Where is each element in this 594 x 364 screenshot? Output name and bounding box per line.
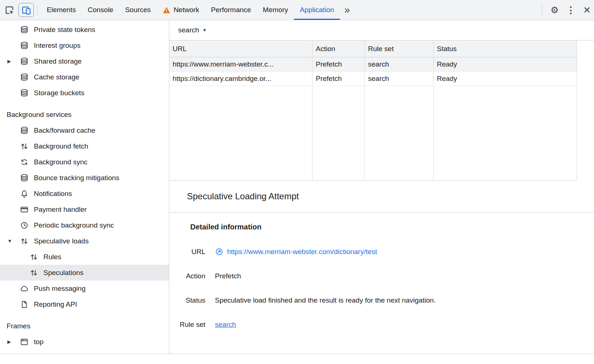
- filter-label: search: [178, 26, 199, 34]
- column-header-rule-set[interactable]: Rule set: [365, 40, 434, 57]
- column-header-status[interactable]: Status: [434, 40, 577, 57]
- sidebar-item-storage-buckets[interactable]: Storage buckets: [0, 85, 169, 101]
- close-icon[interactable]: ✕: [580, 3, 594, 17]
- column-header-url[interactable]: URL: [169, 40, 312, 57]
- sidebar-item-label: Private state tokens: [34, 26, 95, 34]
- up-down-arrows-icon: [20, 237, 29, 246]
- tab-label: Performance: [211, 6, 251, 14]
- column-header-action[interactable]: Action: [312, 40, 365, 57]
- tab-elements[interactable]: Elements: [41, 0, 82, 20]
- sidebar-item-shared-storage[interactable]: ▶ Shared storage: [0, 53, 169, 69]
- table-filler: [434, 86, 577, 180]
- database-icon: [20, 126, 29, 135]
- cloud-icon: [20, 284, 29, 293]
- tab-label: Application: [300, 6, 334, 14]
- sidebar-item-label: top: [34, 338, 43, 346]
- tab-console[interactable]: Console: [82, 0, 119, 20]
- table-cell-action[interactable]: Prefetch: [312, 72, 365, 86]
- more-tabs-icon[interactable]: »: [340, 0, 354, 20]
- sidebar-item-background-fetch[interactable]: Background fetch: [0, 138, 169, 154]
- sidebar-item-label: Payment handler: [34, 206, 87, 214]
- database-icon: [20, 57, 29, 66]
- sidebar-item-label: Background fetch: [34, 142, 88, 150]
- database-icon: [20, 41, 29, 50]
- kebab-menu-icon[interactable]: ⋮: [564, 3, 578, 17]
- tab-sources[interactable]: Sources: [119, 0, 157, 20]
- inspect-cursor-icon: [4, 5, 14, 15]
- sync-icon: [20, 158, 29, 167]
- up-down-arrows-icon: [29, 268, 38, 277]
- sidebar-item-label: Interest groups: [34, 42, 81, 50]
- detail-status-value: Speculative load finished and the result…: [215, 296, 436, 304]
- table-cell-status[interactable]: Ready: [434, 57, 577, 72]
- tab-application[interactable]: Application: [294, 0, 340, 20]
- table-filler: [169, 86, 312, 180]
- sidebar-item-label: Background sync: [34, 158, 88, 166]
- table-cell-rule-set[interactable]: search: [365, 57, 434, 72]
- chevron-down-icon[interactable]: ▼: [7, 238, 20, 244]
- sidebar-item-notifications[interactable]: Notifications: [0, 186, 169, 201]
- table-cell-url[interactable]: https://www.merriam-webster.c...: [169, 57, 312, 72]
- detail-rule-set-link[interactable]: search: [215, 321, 236, 329]
- sidebar-item-label: Push messaging: [34, 285, 85, 293]
- sidebar-item-label: Bounce tracking mitigations: [34, 174, 119, 182]
- sidebar-item-periodic-background-sync[interactable]: Periodic background sync: [0, 217, 169, 233]
- table-cell-action[interactable]: Prefetch: [312, 57, 365, 72]
- inspect-button[interactable]: [2, 3, 16, 17]
- toolbar-spacer: [354, 0, 538, 20]
- sidebar-item-back-forward-cache[interactable]: Back/forward cache: [0, 122, 169, 138]
- sidebar-item-label: Reporting API: [34, 300, 77, 308]
- tab-label: Elements: [47, 6, 76, 14]
- sidebar-item-label: Cache storage: [34, 73, 79, 81]
- sidebar-item-push-messaging[interactable]: Push messaging: [0, 281, 169, 296]
- clock-icon: [20, 221, 29, 230]
- table-cell-url[interactable]: https://dictionary.cambridge.or...: [169, 72, 312, 86]
- tab-performance[interactable]: Performance: [205, 0, 257, 20]
- database-icon: [20, 174, 29, 182]
- table-filler: [312, 86, 365, 180]
- tab-label: Memory: [263, 6, 288, 14]
- detail-label-status: Status: [169, 296, 205, 304]
- payment-card-icon: [20, 205, 29, 214]
- settings-gear-icon[interactable]: ⚙: [548, 3, 562, 17]
- up-down-arrows-icon: [29, 253, 38, 261]
- dropdown-caret-icon: ▼: [202, 28, 207, 33]
- section-header-background-services: Background services: [0, 107, 169, 122]
- sidebar-item-label: Rules: [43, 253, 61, 261]
- table-cell-status[interactable]: Ready: [434, 72, 577, 86]
- sidebar-item-reporting-api[interactable]: Reporting API: [0, 296, 169, 312]
- toolbar-separator: [542, 4, 542, 15]
- sidebar-item-cache-storage[interactable]: Cache storage: [0, 69, 169, 85]
- tab-label: Console: [88, 6, 113, 14]
- detail-label-url: URL: [169, 248, 205, 256]
- sidebar-item-private-state-tokens[interactable]: Private state tokens: [0, 22, 169, 38]
- database-icon: [20, 25, 29, 34]
- bell-icon: [20, 189, 29, 198]
- ruleset-filter-dropdown[interactable]: search ▼: [169, 20, 594, 40]
- sidebar-item-speculative-loads[interactable]: ▼ Speculative loads: [0, 233, 169, 249]
- sidebar-item-interest-groups[interactable]: Interest groups: [0, 38, 169, 53]
- sidebar-item-payment-handler[interactable]: Payment handler: [0, 201, 169, 217]
- tab-network[interactable]: Network: [157, 0, 205, 20]
- table-cell-rule-set[interactable]: search: [365, 72, 434, 86]
- details-section-title: Detailed information: [190, 223, 594, 231]
- bottom-divider: [0, 354, 594, 364]
- detail-action-value: Prefetch: [215, 272, 241, 280]
- detail-url-link[interactable]: https://www.merriam-webster.com/dictiona…: [227, 248, 377, 256]
- table-filler: [365, 86, 434, 180]
- sidebar-item-background-sync[interactable]: Background sync: [0, 154, 169, 170]
- sidebar-item-rules[interactable]: Rules: [0, 249, 169, 265]
- tab-memory[interactable]: Memory: [257, 0, 294, 20]
- device-toolbar-button[interactable]: [18, 3, 34, 17]
- sidebar-item-top-frame[interactable]: ▶ top: [0, 334, 169, 350]
- sidebar-item-label: Periodic background sync: [34, 221, 114, 229]
- sidebar-item-bounce-tracking-mitigations[interactable]: Bounce tracking mitigations: [0, 170, 169, 186]
- sidebar-item-label: Back/forward cache: [34, 126, 95, 135]
- chevron-right-icon[interactable]: ▶: [7, 58, 20, 64]
- detail-label-action: Action: [169, 272, 205, 280]
- detail-row-url: URL https://www.merriam-webster.com/dict…: [169, 247, 594, 256]
- sidebar-item-label: Shared storage: [34, 57, 82, 65]
- sidebar-item-speculations[interactable]: Speculations: [0, 265, 169, 281]
- chevron-right-icon[interactable]: ▶: [7, 339, 20, 345]
- open-url-icon[interactable]: [215, 247, 223, 256]
